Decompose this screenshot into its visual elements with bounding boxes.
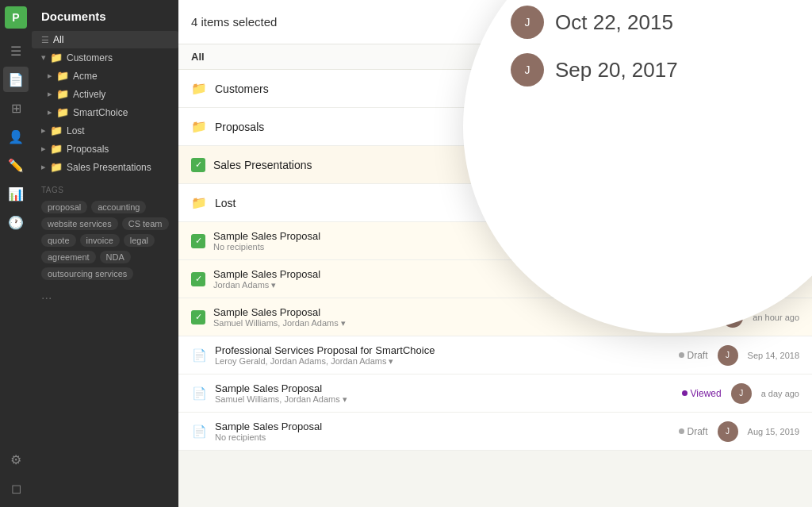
doc-sub-3: Leroy Gerald, Jordan Adams, Jordan Adams… bbox=[215, 356, 671, 367]
doc-text-3: Professional Services Proposal for Smart… bbox=[215, 344, 671, 367]
sidebar-more[interactable]: ... bbox=[32, 283, 178, 307]
main-content: 4 items selected 🔍 CREATE ▾ J ? ➤ MOVE bbox=[178, 0, 812, 507]
row-time-4: a day ago bbox=[761, 389, 799, 398]
tag-invoice[interactable]: invoice bbox=[80, 234, 120, 247]
sidebar-item-sales-pres[interactable]: ▸ 📁 Sales Presentations bbox=[32, 158, 178, 176]
expand-icon-1: ▾ bbox=[271, 280, 276, 290]
row-time-3: Sep 14, 2018 bbox=[748, 351, 799, 360]
app-logo[interactable]: P bbox=[5, 6, 27, 29]
folder-icon-proposals-list: 📁 bbox=[191, 119, 207, 134]
folder-icon-acme: 📁 bbox=[56, 70, 69, 82]
sidebar-item-actively[interactable]: ▸ 📁 Actively bbox=[38, 85, 178, 103]
status-dot-3 bbox=[679, 352, 684, 358]
selection-count: 4 items selected bbox=[191, 15, 521, 29]
sidebar-item-sales-pres-label: Sales Presentations bbox=[67, 162, 151, 173]
sidebar-item-lost[interactable]: ▸ 📁 Lost bbox=[32, 121, 178, 140]
checkbox-doc-0[interactable]: ✓ bbox=[191, 234, 205, 248]
folder-icon-smartchoice: 📁 bbox=[56, 106, 69, 118]
tag-legal[interactable]: legal bbox=[124, 234, 155, 247]
sidebar-item-all-label: All bbox=[53, 34, 63, 45]
doc-sub-4: Samuel Williams, Jordan Adams ▾ bbox=[215, 394, 674, 405]
doc-text-4: Sample Sales Proposal Samuel Williams, J… bbox=[215, 382, 674, 405]
doc-meta-4: Viewed J a day ago bbox=[682, 383, 799, 404]
nav-documents[interactable]: 📄 bbox=[3, 67, 29, 92]
expand-icon-2: ▾ bbox=[341, 318, 346, 328]
sidebar-item-acme[interactable]: ▸ 📁 Acme bbox=[38, 67, 178, 85]
circle-content: ➤ MOVE ⬇ DOWNLOAD ⋯ J O bbox=[463, 0, 812, 101]
nav-settings[interactable]: ⚙ bbox=[3, 447, 29, 472]
sidebar-item-smartchoice-label: SmartChoice bbox=[73, 107, 128, 118]
nav-grid[interactable]: ⊞ bbox=[3, 95, 29, 121]
status-badge-5: Draft bbox=[679, 424, 708, 439]
folder-icon-actively: 📁 bbox=[56, 88, 69, 100]
folder-icon-lost: 📁 bbox=[50, 125, 63, 136]
sidebar-item-acme-label: Acme bbox=[73, 71, 98, 82]
overlay-date-2: Sep 20, 2017 bbox=[555, 58, 678, 83]
tag-outsourcing-services[interactable]: outsourcing services bbox=[41, 267, 133, 280]
overlay-avatar-1: J bbox=[511, 6, 544, 39]
tag-container: proposal accounting website services CS … bbox=[32, 198, 178, 283]
folder-icon-lost-list: 📁 bbox=[191, 195, 207, 210]
status-dot-4 bbox=[682, 390, 688, 396]
sidebar-item-proposals-label: Proposals bbox=[67, 144, 109, 155]
nav-cube[interactable]: ◻ bbox=[3, 475, 29, 501]
folder-icon-sales-pres: 📁 bbox=[50, 161, 63, 173]
nav-analytics[interactable]: 📊 bbox=[3, 181, 29, 206]
tag-proposal[interactable]: proposal bbox=[41, 201, 87, 213]
expand-icon-proposals: ▸ bbox=[41, 144, 46, 154]
checkbox-sales-pres[interactable]: ✓ bbox=[191, 158, 205, 172]
checkbox-doc-2[interactable]: ✓ bbox=[191, 310, 205, 325]
doc-meta-3: Draft J Sep 14, 2018 bbox=[679, 345, 799, 366]
tag-accounting[interactable]: accounting bbox=[91, 201, 146, 213]
expand-icon-smartchoice: ▸ bbox=[48, 107, 52, 117]
doc-title-4: Sample Sales Proposal bbox=[215, 382, 674, 394]
sidebar-item-lost-label: Lost bbox=[67, 125, 85, 136]
row-avatar-4: J bbox=[731, 383, 752, 404]
expand-icon-acme: ▸ bbox=[48, 71, 52, 81]
doc-icon-4: 📄 bbox=[191, 386, 207, 401]
expand-icon-actively: ▸ bbox=[48, 89, 52, 99]
status-dot-5 bbox=[679, 428, 684, 434]
nav-home[interactable]: ☰ bbox=[3, 38, 29, 63]
sidebar-item-all[interactable]: ☰ All bbox=[32, 31, 178, 48]
date-row-2: J Sep 20, 2017 bbox=[511, 53, 812, 86]
status-badge-4: Viewed bbox=[682, 386, 722, 401]
doc-sub-2: Samuel Williams, Jordan Adams ▾ bbox=[213, 318, 656, 328]
expand-icon-sales-pres: ▸ bbox=[41, 162, 46, 172]
doc-text-5: Sample Sales Proposal No recipients bbox=[215, 421, 671, 442]
expand-icon-3: ▾ bbox=[389, 356, 393, 367]
sidebar-item-customers-label: Customers bbox=[67, 52, 113, 63]
tag-nda[interactable]: NDA bbox=[100, 251, 131, 263]
overlay-date-1: Oct 22, 2015 bbox=[555, 10, 673, 35]
all-icon: ☰ bbox=[41, 35, 49, 45]
sidebar-item-smartchoice[interactable]: ▸ 📁 SmartChoice bbox=[38, 103, 178, 121]
customers-group: ▸ 📁 Acme ▸ 📁 Actively ▸ 📁 SmartChoice bbox=[32, 67, 178, 121]
doc-meta-5: Draft J Aug 15, 2019 bbox=[679, 421, 799, 442]
tag-cs-team[interactable]: CS team bbox=[122, 217, 169, 230]
nav-pen[interactable]: ✏️ bbox=[3, 152, 29, 178]
sidebar-item-actively-label: Actively bbox=[73, 89, 105, 100]
folder-icon-proposals: 📁 bbox=[50, 143, 63, 155]
tag-agreement[interactable]: agreement bbox=[41, 251, 96, 263]
doc-title-5: Sample Sales Proposal bbox=[215, 421, 671, 432]
expand-icon-4: ▾ bbox=[343, 394, 347, 405]
row-time-2: an hour ago bbox=[753, 313, 799, 322]
nav-clock[interactable]: 🕐 bbox=[3, 209, 29, 235]
tag-website-services[interactable]: website services bbox=[41, 217, 118, 230]
doc-row-3[interactable]: 📄 Professional Services Proposal for Sma… bbox=[178, 336, 812, 374]
sidebar: Documents ☰ All ▾ 📁 Customers ▸ 📁 Acme ▸… bbox=[32, 0, 178, 507]
row-avatar-3: J bbox=[718, 345, 738, 366]
tags-label: TAGS bbox=[32, 176, 178, 198]
doc-row-4[interactable]: 📄 Sample Sales Proposal Samuel Williams,… bbox=[178, 374, 812, 413]
icon-bar: P ☰ 📄 ⊞ 👤 ✏️ 📊 🕐 ⚙ ◻ bbox=[0, 0, 32, 507]
doc-icon-3: 📄 bbox=[191, 348, 207, 363]
sidebar-item-customers[interactable]: ▾ 📁 Customers bbox=[32, 48, 178, 67]
doc-row-5[interactable]: 📄 Sample Sales Proposal No recipients Dr… bbox=[178, 413, 812, 451]
sidebar-item-proposals[interactable]: ▸ 📁 Proposals bbox=[32, 140, 178, 158]
checkbox-doc-1[interactable]: ✓ bbox=[191, 272, 205, 286]
expand-icon: ▾ bbox=[41, 52, 46, 63]
row-avatar-5: J bbox=[718, 421, 738, 442]
date-row-1: J Oct 22, 2015 bbox=[511, 6, 812, 39]
nav-contacts[interactable]: 👤 bbox=[3, 124, 29, 149]
tag-quote[interactable]: quote bbox=[41, 234, 76, 247]
